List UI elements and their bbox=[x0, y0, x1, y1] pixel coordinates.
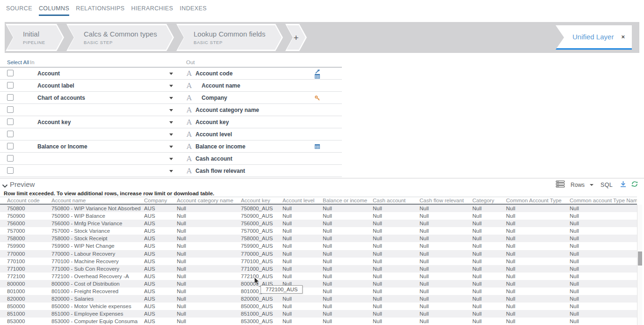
table-cell: Null bbox=[506, 242, 570, 250]
table-cell: Null bbox=[282, 205, 323, 212]
out-field-label: Account key bbox=[195, 119, 229, 126]
table-cell: Null bbox=[472, 250, 506, 258]
row-checkbox[interactable] bbox=[7, 70, 14, 76]
table-cell: AUS bbox=[144, 227, 177, 235]
close-icon[interactable]: × bbox=[621, 33, 625, 40]
table-icon[interactable] bbox=[315, 144, 320, 149]
table-cell: 820000 bbox=[7, 295, 51, 303]
in-field-select[interactable] bbox=[36, 128, 177, 140]
key-icon[interactable] bbox=[315, 96, 320, 101]
column-header[interactable]: Account code bbox=[7, 197, 51, 204]
in-field-select[interactable] bbox=[36, 104, 177, 116]
dropdown-caret-icon bbox=[169, 73, 173, 75]
table-row: 750900750900 - WIP BalanceAUSNull750900_… bbox=[0, 212, 637, 220]
table-row: 853000853000 - Computer Equip ConsumaAUS… bbox=[0, 318, 637, 325]
pipeline-step-3[interactable]: Lookup Common fieldsBASIC STEP bbox=[176, 24, 283, 51]
in-field-select[interactable]: Account bbox=[36, 67, 177, 80]
table-cell: 820000_AUS bbox=[241, 295, 282, 303]
rows-dropdown[interactable]: Rows bbox=[571, 182, 585, 188]
in-field-select[interactable] bbox=[36, 165, 177, 177]
sql-button[interactable]: SQL bbox=[601, 182, 613, 188]
table-cell: 758000 bbox=[7, 235, 51, 242]
tab-columns[interactable]: COLUMNS bbox=[39, 5, 69, 16]
table-cell: Null bbox=[506, 265, 570, 273]
row-checkbox[interactable] bbox=[7, 143, 14, 149]
tab-hierarchies[interactable]: HIERARCHIES bbox=[131, 5, 174, 15]
row-checkbox[interactable] bbox=[7, 82, 14, 89]
add-step-button[interactable]: + bbox=[285, 24, 307, 51]
table-cell: 756000 - Mnfg Price Variance bbox=[51, 220, 144, 227]
download-icon[interactable] bbox=[620, 181, 627, 190]
pipeline-step-2[interactable]: Calcs & Common typesBASIC STEP bbox=[66, 24, 174, 51]
table-cell: Null bbox=[472, 242, 506, 250]
column-header[interactable]: Balance or income bbox=[323, 197, 373, 204]
table-cell: Null bbox=[373, 280, 420, 288]
in-field-label: Balance or Income bbox=[37, 143, 87, 150]
table-cell: 757000 bbox=[7, 227, 51, 235]
scrollbar-thumb[interactable] bbox=[638, 251, 642, 266]
table-cell: Null bbox=[472, 235, 506, 242]
rows-icon[interactable] bbox=[556, 180, 565, 190]
text-type-icon: A bbox=[187, 118, 192, 126]
wrench-icon[interactable] bbox=[315, 68, 320, 74]
row-checkbox[interactable] bbox=[7, 167, 14, 174]
column-header[interactable]: Cash flow relevant bbox=[420, 197, 472, 204]
in-field-select[interactable] bbox=[36, 153, 177, 165]
table-cell: Null bbox=[420, 220, 472, 227]
in-field-select[interactable]: Balance or Income bbox=[36, 140, 177, 153]
tab-indexes[interactable]: INDEXES bbox=[180, 5, 207, 15]
unified-layer-label: Unified Layer bbox=[572, 33, 614, 41]
table-cell: Null bbox=[282, 250, 323, 258]
column-header[interactable]: Company bbox=[144, 197, 177, 204]
in-field-select[interactable]: Chart of accounts bbox=[36, 92, 177, 104]
row-checkbox[interactable] bbox=[7, 106, 14, 113]
column-mapping-panel: Select All In Out AccountAAccount codeAc… bbox=[0, 59, 342, 177]
row-checkbox[interactable] bbox=[7, 94, 14, 101]
table-cell: AUS bbox=[144, 303, 177, 310]
mapping-row: ACash account bbox=[0, 153, 342, 165]
column-header[interactable]: Common account Type Name bbox=[570, 197, 637, 204]
table-cell: AUS bbox=[144, 250, 177, 258]
vertical-scrollbar[interactable] bbox=[637, 205, 642, 325]
table-icon[interactable] bbox=[315, 74, 320, 79]
column-header[interactable]: Common Account Type bbox=[506, 197, 570, 204]
pipeline-step-1[interactable]: InitialPIPELINE bbox=[6, 24, 64, 51]
table-cell: Null bbox=[282, 227, 323, 235]
table-cell: 759900 - WIP Net Change bbox=[51, 242, 144, 250]
table-cell: Null bbox=[472, 205, 506, 212]
table-cell: Null bbox=[282, 265, 323, 273]
select-all-link[interactable]: Select All bbox=[7, 59, 29, 65]
in-field-select[interactable]: Account label bbox=[36, 80, 177, 92]
table-row: 757000757000 - Stock VarianceAUSNull7570… bbox=[0, 227, 637, 235]
row-checkbox[interactable] bbox=[7, 118, 14, 125]
step-title: Initial bbox=[23, 30, 63, 38]
unified-layer-tab[interactable]: Unified Layer × bbox=[556, 25, 632, 50]
table-cell: Null bbox=[373, 205, 420, 212]
step-title: Calcs & Common types bbox=[84, 30, 173, 38]
table-cell: Null bbox=[177, 220, 241, 227]
out-field-label: Account name bbox=[202, 82, 240, 89]
table-row: 771000771000 - Sub Con RecoveryAUSNull77… bbox=[0, 265, 637, 273]
table-cell: Null bbox=[373, 258, 420, 265]
row-checkbox[interactable] bbox=[7, 131, 14, 137]
column-header[interactable]: Category bbox=[472, 197, 506, 204]
table-cell: 771000 bbox=[7, 265, 51, 273]
table-cell: Null bbox=[420, 235, 472, 242]
table-cell: Null bbox=[177, 310, 241, 318]
row-checkbox[interactable] bbox=[7, 155, 14, 162]
table-cell: 772100 bbox=[7, 273, 51, 280]
table-cell: Null bbox=[323, 318, 373, 325]
column-header[interactable]: Account key bbox=[241, 197, 282, 204]
in-field-select[interactable]: Account key bbox=[36, 116, 177, 128]
refresh-icon[interactable] bbox=[631, 180, 638, 190]
table-cell: 770000_AUS bbox=[241, 250, 282, 258]
table-cell: Null bbox=[420, 242, 472, 250]
chevron-down-icon[interactable] bbox=[2, 182, 8, 190]
column-header[interactable]: Account level bbox=[282, 197, 323, 204]
table-row: 770100770100 - Machine RecoveryAUSNull77… bbox=[0, 258, 637, 265]
column-header[interactable]: Account category name bbox=[177, 197, 241, 204]
tab-relationships[interactable]: RELATIONSHIPS bbox=[76, 5, 124, 15]
column-header[interactable]: Cash account bbox=[373, 197, 420, 204]
tab-source[interactable]: SOURCE bbox=[6, 5, 32, 15]
column-header[interactable]: Account name bbox=[51, 197, 144, 204]
